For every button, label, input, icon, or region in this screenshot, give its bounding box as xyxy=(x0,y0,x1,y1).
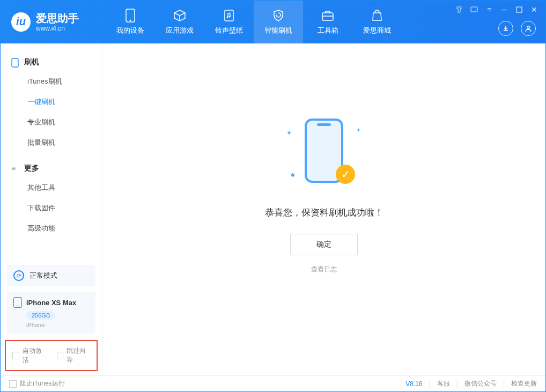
window-controls: ≡ ─ ✕ xyxy=(454,5,539,14)
device-storage: 256GB xyxy=(26,311,55,320)
shirt-icon[interactable] xyxy=(454,5,464,14)
sidebar-item-advanced[interactable]: 高级功能 xyxy=(1,218,102,239)
checkbox-skip-guide[interactable]: 跳过向导 xyxy=(57,346,91,365)
device-info[interactable]: iPhone XS Max 256GB iPhone xyxy=(7,292,95,334)
main-content: ✦ ✦ ◆ ✓ 恭喜您，保资料刷机成功啦！ 确定 查看日志 xyxy=(102,43,545,375)
bag-icon xyxy=(370,9,384,23)
tab-apps[interactable]: 应用游戏 xyxy=(155,1,204,43)
sidebar-item-batch-flash[interactable]: 批量刷机 xyxy=(1,132,102,153)
sidebar-item-itunes-flash[interactable]: iTunes刷机 xyxy=(1,71,102,92)
cube-icon xyxy=(173,9,187,23)
svg-rect-6 xyxy=(471,7,477,12)
feedback-icon[interactable] xyxy=(469,5,479,14)
flash-options: 自动激活 跳过向导 xyxy=(5,340,98,371)
tab-store[interactable]: 爱思商城 xyxy=(352,1,402,43)
phone-icon xyxy=(123,9,137,23)
footer-link-update[interactable]: 检查更新 xyxy=(511,379,537,388)
logo-subtitle: www.i4.cn xyxy=(36,25,79,32)
device-type: iPhone xyxy=(26,322,89,328)
svg-rect-9 xyxy=(12,58,18,67)
user-icon[interactable] xyxy=(521,21,536,36)
tab-toolbox[interactable]: 工具箱 xyxy=(303,1,352,43)
download-icon[interactable] xyxy=(498,21,513,36)
menu-icon[interactable]: ≡ xyxy=(484,5,494,14)
svg-rect-7 xyxy=(517,7,522,12)
sidebar-item-oneclick-flash[interactable]: 一键刷机 xyxy=(1,92,102,112)
toolbox-icon xyxy=(321,9,335,23)
device-panel: ⟳ 正常模式 iPhone XS Max 256GB iPhone xyxy=(1,258,102,340)
list-icon: ≡ xyxy=(11,164,20,173)
svg-rect-5 xyxy=(322,13,333,20)
ok-button[interactable]: 确定 xyxy=(290,234,358,255)
phone-icon xyxy=(13,297,22,308)
header: iu 爱思助手 www.i4.cn 我的设备 应用游戏 铃声壁纸 智能刷机 工具… xyxy=(1,1,545,43)
svg-point-3 xyxy=(227,17,228,18)
maximize-button[interactable] xyxy=(514,5,524,14)
checkbox-block-itunes[interactable]: 阻止iTunes运行 xyxy=(9,379,65,388)
sidebar-group-more[interactable]: ≡ 更多 xyxy=(1,159,102,177)
svg-point-1 xyxy=(130,20,131,21)
sidebar-item-download-firmware[interactable]: 下载固件 xyxy=(1,198,102,218)
check-icon: ✓ xyxy=(336,165,355,184)
close-button[interactable]: ✕ xyxy=(529,5,539,14)
logo-icon: iu xyxy=(11,12,31,32)
minimize-button[interactable]: ─ xyxy=(499,5,509,14)
logo: iu 爱思助手 www.i4.cn xyxy=(1,12,90,32)
sidebar-item-other-tools[interactable]: 其他工具 xyxy=(1,177,102,198)
tab-flash[interactable]: 智能刷机 xyxy=(254,1,303,43)
success-illustration: ✦ ✦ ◆ ✓ xyxy=(276,113,372,194)
logo-title: 爱思助手 xyxy=(36,12,79,25)
tab-my-device[interactable]: 我的设备 xyxy=(106,1,155,43)
shield-icon xyxy=(271,9,285,23)
success-message: 恭喜您，保资料刷机成功啦！ xyxy=(265,206,383,219)
view-log-link[interactable]: 查看日志 xyxy=(311,265,337,274)
music-icon xyxy=(222,9,236,23)
device-name: iPhone XS Max xyxy=(26,299,76,307)
sidebar-item-pro-flash[interactable]: 专业刷机 xyxy=(1,112,102,132)
svg-point-4 xyxy=(229,16,231,18)
svg-point-8 xyxy=(527,26,530,29)
sidebar-group-flash[interactable]: 刷机 xyxy=(1,53,102,71)
device-mode[interactable]: ⟳ 正常模式 xyxy=(7,265,95,286)
checkbox-auto-activate[interactable]: 自动激活 xyxy=(12,346,46,365)
nav-tabs: 我的设备 应用游戏 铃声壁纸 智能刷机 工具箱 爱思商城 xyxy=(106,1,402,43)
version-label: V8.16 xyxy=(405,380,422,388)
mode-icon: ⟳ xyxy=(13,270,24,281)
svg-rect-2 xyxy=(225,10,233,21)
tab-ringtones[interactable]: 铃声壁纸 xyxy=(204,1,254,43)
footer: 阻止iTunes运行 V8.16 | 客服 | 微信公众号 | 检查更新 xyxy=(1,375,545,391)
footer-link-wechat[interactable]: 微信公众号 xyxy=(464,379,497,388)
device-icon xyxy=(11,58,20,66)
footer-link-support[interactable]: 客服 xyxy=(437,379,450,388)
sidebar: 刷机 iTunes刷机 一键刷机 专业刷机 批量刷机 ≡ 更多 其他工具 下载固… xyxy=(1,43,102,375)
